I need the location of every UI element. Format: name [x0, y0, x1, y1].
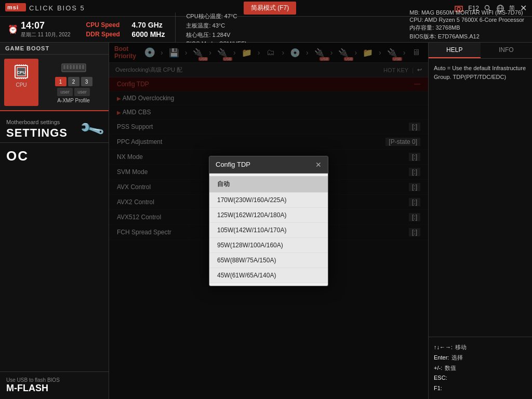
svg-rect-24 [66, 65, 69, 69]
key-esc: ESC: [434, 373, 447, 383]
cpu-icon: CPU [8, 61, 34, 82]
svg-text:msi: msi [7, 4, 19, 10]
user-profile-1-btn[interactable]: user [57, 88, 73, 96]
svg-text:CPU: CPU [17, 70, 26, 75]
help-tabs: HELP INFO [429, 43, 532, 59]
user-profiles: user user [57, 88, 90, 96]
modal-option-auto[interactable]: 自动 [209, 176, 328, 193]
tab-help[interactable]: HELP [429, 43, 481, 58]
config-tdp-modal: Config TDP ✕ 自动 170W(230W/160A/225A) 125… [209, 156, 328, 286]
cpu-volt: 核心电压: 1.284V [186, 31, 246, 39]
modal-close-button[interactable]: ✕ [315, 161, 322, 169]
modal-option-170w[interactable]: 170W(230W/160A/225A) [209, 193, 328, 208]
top-bar-center: 简易模式 (F7) [244, 2, 296, 15]
svg-rect-25 [70, 65, 72, 69]
time-display: 14:07 [21, 20, 71, 31]
svg-rect-27 [76, 65, 78, 69]
modal-overlay[interactable]: Config TDP ✕ 自动 170W(230W/160A/225A) 125… [109, 43, 428, 399]
axmp-boost-item[interactable]: 1 2 3 user user A-XMP Profile [43, 59, 104, 106]
help-content: Auto = Use the default Infrastructure Gr… [429, 59, 532, 337]
key-arrows: ↑↓←→: [434, 342, 453, 353]
center-content: Boot Priority 💿 › 💾 › 🔌USB › 🔌USB › 📁 › [109, 43, 428, 399]
profile-3-btn[interactable]: 3 [81, 77, 92, 86]
modal-option-95w[interactable]: 95W(128W/100A/160A) [209, 238, 328, 253]
game-boost-header: GAME BOOST [0, 43, 109, 55]
key-help: ↑↓←→: 移动 Enter: 选择 +/-: 数值 ESC: F1: [429, 337, 532, 399]
settings-nav[interactable]: 🔧 Motherboard settings SETTINGS [0, 111, 109, 142]
cpu-speed-value: 4.70 GHz [132, 21, 163, 29]
bios-version: BIOS版本: E7D76AMS.A12 [409, 33, 524, 41]
svg-rect-23 [63, 65, 65, 69]
boost-icons-bar: CPU CPU [0, 55, 109, 111]
cpu-model: CPU: AMD Ryzen 5 7600X 6-Core Processor [409, 17, 524, 23]
svg-point-4 [485, 5, 489, 9]
cpu-speed-label: CPU Speed [86, 21, 128, 29]
svg-rect-26 [73, 65, 75, 69]
temp-block: CPU核心温度: 47°C 主板温度: 43°C 核心电压: 1.284V BI… [175, 12, 246, 47]
key-plusminus-desc: 数值 [445, 363, 456, 374]
axmp-profiles: 1 2 3 [55, 77, 92, 86]
modal-title-bar: Config TDP ✕ [209, 156, 328, 174]
date-display: 星期二 11 10月, 2022 [21, 31, 71, 38]
tab-info[interactable]: INFO [481, 43, 533, 58]
left-sidebar: GAME BOOST CPU [0, 43, 109, 399]
modal-option-45w[interactable]: 45W(61W/65A/140A) [209, 268, 328, 283]
key-f1: F1: [434, 383, 442, 394]
profile-2-btn[interactable]: 2 [68, 77, 79, 86]
modal-option-105w[interactable]: 105W(142W/110A/170A) [209, 223, 328, 238]
speed-block: CPU Speed 4.70 GHz DDR Speed 6000 MHz [86, 21, 165, 38]
info-bar: ⏰ 14:07 星期二 11 10月, 2022 CPU Speed 4.70 … [0, 17, 532, 43]
svg-rect-29 [82, 65, 84, 69]
profile-1-btn[interactable]: 1 [55, 77, 66, 86]
modal-option-125w[interactable]: 125W(162W/120A/180A) [209, 208, 328, 223]
ddr-speed-value: 6000 MHz [132, 30, 165, 38]
key-arrows-desc: 移动 [455, 342, 467, 353]
modal-option-65w[interactable]: 65W(88W/75A/150A) [209, 253, 328, 268]
key-enter: Enter: [434, 353, 449, 363]
mb-temp: 主板温度: 43°C [186, 22, 246, 30]
cpu-boost-label: CPU [16, 82, 26, 88]
key-plusminus: +/-: [434, 363, 442, 374]
modal-options-list: 自动 170W(230W/160A/225A) 125W(162W/120A/1… [209, 174, 328, 286]
svg-rect-28 [79, 65, 81, 69]
mflash-label: M-FLASH [6, 383, 102, 394]
easy-mode-button[interactable]: 简易模式 (F7) [244, 2, 296, 15]
key-enter-desc: 选择 [451, 353, 463, 363]
main-area: GAME BOOST CPU [0, 43, 532, 399]
bios-title: CLICK BIOS 5 [29, 4, 85, 12]
cpu-temp: CPU核心温度: 47°C [186, 12, 246, 20]
user-profile-2-btn[interactable]: user [74, 88, 90, 96]
memory-info: 内存容量: 32768MB [409, 24, 524, 32]
modal-title: Config TDP [216, 161, 250, 168]
msi-logo: msi [5, 3, 26, 13]
top-bar-left: msi CLICK BIOS 5 [5, 3, 85, 13]
axmp-label: A-XMP Profile [57, 98, 90, 103]
mb-model: MB: MAG B650M MORTAR WIFI (MS-7D76) [409, 9, 524, 16]
datetime-block: 14:07 星期二 11 10月, 2022 [21, 20, 71, 38]
cpu-boost-item[interactable]: CPU CPU [4, 59, 38, 106]
mflash-section[interactable]: Use USB to flash BIOS M-FLASH [0, 371, 109, 399]
ddr-speed-label: DDR Speed [86, 31, 128, 38]
right-panel: HELP INFO Auto = Use the default Infrast… [428, 43, 532, 399]
oc-section[interactable]: OC [0, 142, 109, 169]
oc-label: OC [6, 148, 102, 164]
mflash-sub-text: Use USB to flash BIOS [6, 377, 102, 383]
